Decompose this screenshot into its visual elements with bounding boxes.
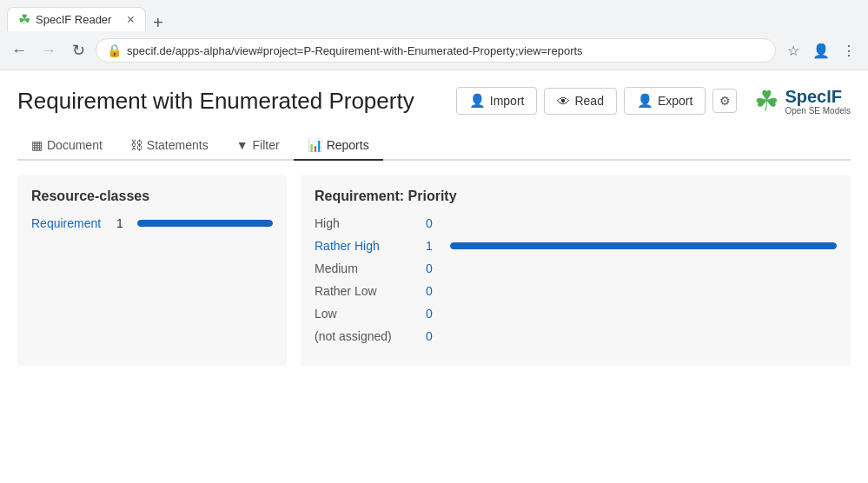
priority-label-rather-high: Rather High bbox=[315, 239, 419, 253]
nav-tabs: ▦ Document ⛓ Statements ▼ Filter 📊 Repor… bbox=[17, 131, 851, 161]
priority-label-not-assigned: (not assigned) bbox=[315, 329, 419, 343]
resource-row: Requirement 1 bbox=[31, 216, 273, 230]
priority-row-not-assigned: (not assigned) 0 bbox=[315, 329, 837, 343]
priority-row-medium: Medium 0 bbox=[315, 261, 837, 275]
tab-filter-label: Filter bbox=[253, 138, 280, 152]
specif-clover-icon: ☘ bbox=[754, 84, 779, 117]
specif-text: SpecIF Open SE Models bbox=[785, 87, 851, 116]
priority-label-low: Low bbox=[315, 307, 419, 321]
bookmark-button[interactable]: ☆ bbox=[781, 38, 805, 63]
forward-button[interactable]: → bbox=[36, 38, 61, 63]
specif-sub: Open SE Models bbox=[785, 106, 851, 116]
resource-count: 1 bbox=[116, 216, 130, 230]
reports-icon: 📊 bbox=[308, 138, 322, 152]
tab-close-button[interactable]: × bbox=[127, 13, 135, 27]
main-content: Resource-classes Requirement 1 Requireme… bbox=[17, 175, 851, 366]
resource-bar-container bbox=[137, 220, 273, 227]
priority-bar-rather-low bbox=[450, 288, 837, 294]
menu-button[interactable]: ⋮ bbox=[837, 38, 861, 63]
read-icon: 👁 bbox=[557, 94, 570, 109]
tab-reports-label: Reports bbox=[327, 138, 369, 152]
app-content: Requirement with Enumerated Property 👤 I… bbox=[0, 70, 868, 380]
import-icon: 👤 bbox=[469, 93, 486, 109]
priority-bar-low bbox=[450, 310, 837, 317]
tab-statements-label: Statements bbox=[147, 138, 209, 152]
tab-statements[interactable]: ⛓ Statements bbox=[116, 131, 222, 161]
priority-bar-not-assigned bbox=[450, 333, 837, 340]
priority-count-not-assigned: 0 bbox=[426, 329, 443, 343]
browser-chrome: ☘ SpecIF Reader × + ← → ↻ 🔒 specif.de/ap… bbox=[0, 0, 868, 70]
export-icon: 👤 bbox=[637, 93, 653, 109]
resource-classes-title: Resource-classes bbox=[31, 189, 273, 204]
priority-count-medium: 0 bbox=[426, 261, 443, 275]
priority-row-low: Low 0 bbox=[315, 307, 837, 321]
export-label: Export bbox=[658, 94, 692, 108]
priority-count-rather-low: 0 bbox=[426, 284, 443, 298]
document-icon: ▦ bbox=[31, 138, 43, 152]
priority-row-rather-low: Rather Low 0 bbox=[315, 284, 837, 298]
lock-icon: 🔒 bbox=[107, 43, 122, 57]
priority-count-low: 0 bbox=[426, 307, 443, 321]
address-bar: ← → ↻ 🔒 specif.de/apps-alpha/view#projec… bbox=[0, 31, 868, 69]
tab-document-label: Document bbox=[47, 138, 103, 152]
export-button[interactable]: 👤 Export bbox=[624, 87, 706, 115]
statements-icon: ⛓ bbox=[130, 138, 142, 152]
browser-toolbar-right: ☆ 👤 ⋮ bbox=[781, 38, 861, 63]
priority-bar-high bbox=[450, 220, 837, 227]
resource-classes-panel: Resource-classes Requirement 1 bbox=[17, 175, 287, 366]
priority-row-rather-high: Rather High 1 bbox=[315, 239, 837, 253]
header-buttons: 👤 Import 👁 Read 👤 Export ⚙ ☘ SpecIF Open… bbox=[456, 84, 851, 117]
read-button[interactable]: 👁 Read bbox=[544, 88, 616, 115]
new-tab-button[interactable]: + bbox=[146, 14, 170, 31]
url-bar[interactable]: 🔒 specif.de/apps-alpha/view#project=P-Re… bbox=[96, 38, 776, 63]
specif-name: SpecIF bbox=[785, 87, 851, 106]
tab-bar: ☘ SpecIF Reader × + bbox=[0, 0, 868, 31]
app-header: Requirement with Enumerated Property 👤 I… bbox=[17, 84, 851, 117]
priority-label-rather-low: Rather Low bbox=[315, 284, 419, 298]
read-label: Read bbox=[574, 94, 603, 108]
priority-bar-medium bbox=[450, 265, 837, 272]
import-label: Import bbox=[490, 94, 525, 108]
account-button[interactable]: 👤 bbox=[809, 38, 833, 63]
tab-document[interactable]: ▦ Document bbox=[17, 131, 116, 161]
priority-panel: Requirement: Priority High 0 Rather High… bbox=[301, 175, 851, 366]
import-button[interactable]: 👤 Import bbox=[456, 87, 538, 115]
filter-icon: ▼ bbox=[236, 138, 248, 152]
priority-count-high: 0 bbox=[426, 216, 443, 230]
settings-button[interactable]: ⚙ bbox=[712, 89, 737, 113]
tab-favicon: ☘ bbox=[18, 11, 30, 28]
specif-logo: ☘ SpecIF Open SE Models bbox=[754, 84, 851, 117]
priority-bar-rather-high bbox=[450, 242, 837, 249]
priority-bar-fill-rather-high bbox=[450, 242, 837, 249]
back-button[interactable]: ← bbox=[7, 38, 31, 63]
priority-row-high: High 0 bbox=[315, 216, 837, 230]
priority-label-high: High bbox=[315, 216, 419, 230]
priority-count-rather-high: 1 bbox=[426, 239, 443, 253]
priority-title: Requirement: Priority bbox=[315, 189, 837, 204]
tab-filter[interactable]: ▼ Filter bbox=[222, 131, 294, 161]
browser-tab[interactable]: ☘ SpecIF Reader × bbox=[7, 7, 146, 31]
priority-label-medium: Medium bbox=[315, 261, 419, 275]
url-text: specif.de/apps-alpha/view#project=P-Requ… bbox=[127, 44, 583, 57]
tab-reports[interactable]: 📊 Reports bbox=[294, 131, 383, 161]
page-title: Requirement with Enumerated Property bbox=[17, 88, 456, 115]
reload-button[interactable]: ↻ bbox=[66, 38, 90, 63]
resource-bar-fill bbox=[137, 220, 273, 227]
resource-name: Requirement bbox=[31, 216, 109, 230]
tab-title: SpecIF Reader bbox=[36, 13, 111, 26]
